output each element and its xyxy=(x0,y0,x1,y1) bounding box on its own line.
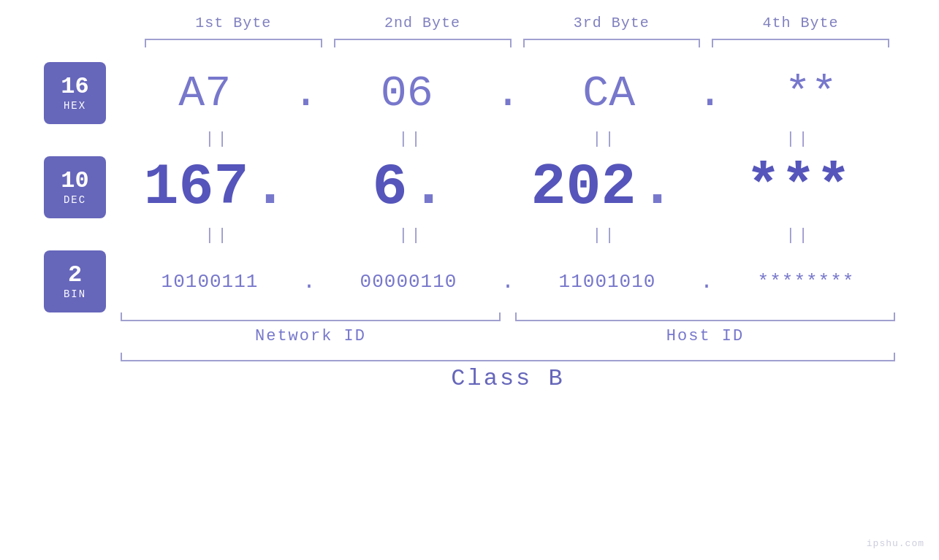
dec-row: 10 DEC 167. 6. 202. *** xyxy=(44,154,895,220)
bin-b3: 11001010 xyxy=(518,271,696,293)
dec-b3: 202. xyxy=(508,154,702,220)
dec-b2: 6. xyxy=(314,154,508,220)
hex-row: 16 HEX A7 . 06 . CA . ** xyxy=(44,62,895,124)
equals-1-b2: || xyxy=(314,130,508,148)
class-bracket-container xyxy=(44,353,895,361)
bin-dot3: . xyxy=(696,269,717,294)
equals-2-b4: || xyxy=(702,226,895,245)
equals-1-b4: || xyxy=(702,130,895,148)
hex-dot2: . xyxy=(491,69,525,118)
byte1-header: 1st Byte xyxy=(139,15,328,31)
byte4-header: 4th Byte xyxy=(706,15,895,31)
equals-1-b1: || xyxy=(121,130,314,148)
equals-row-2: || || || || xyxy=(44,226,895,245)
top-bracket-2 xyxy=(334,39,512,47)
byte-headers: 1st Byte 2nd Byte 3rd Byte 4th Byte xyxy=(44,15,895,31)
dec-dot3: . xyxy=(636,154,679,220)
dec-b4: *** xyxy=(702,154,895,220)
bin-values: 10100111 . 00000110 . 11001010 . *******… xyxy=(121,269,895,294)
top-bracket-3 xyxy=(523,39,701,47)
hex-b3: CA xyxy=(525,69,693,118)
dec-badge: 10 DEC xyxy=(44,156,106,218)
class-label-row: Class B xyxy=(44,365,895,392)
hex-dot3: . xyxy=(693,69,726,118)
main-container: 1st Byte 2nd Byte 3rd Byte 4th Byte 16 H… xyxy=(0,0,939,560)
dec-values: 167. 6. 202. *** xyxy=(121,154,895,220)
dec-dot2: . xyxy=(408,154,450,220)
bin-b1: 10100111 xyxy=(121,271,299,293)
hex-b4: ** xyxy=(727,69,895,118)
bin-badge: 2 BIN xyxy=(44,250,106,312)
hex-badge-label: HEX xyxy=(64,100,86,112)
hex-badge-number: 16 xyxy=(61,75,88,99)
class-bracket xyxy=(121,353,895,361)
host-id-label: Host ID xyxy=(515,327,895,345)
bin-badge-number: 2 xyxy=(68,264,82,287)
bin-row: 2 BIN 10100111 . 00000110 . 11001010 . *… xyxy=(44,250,895,312)
hex-values: A7 . 06 . CA . ** xyxy=(121,69,895,118)
hex-b1: A7 xyxy=(121,69,289,118)
dec-b1: 167. xyxy=(121,154,314,220)
bin-b4: ******** xyxy=(717,271,895,293)
byte3-header: 3rd Byte xyxy=(517,15,707,31)
network-bracket xyxy=(121,312,501,321)
class-label: Class B xyxy=(121,365,895,392)
equals-row-1: || || || || xyxy=(44,130,895,148)
equals-2-b3: || xyxy=(508,226,702,245)
hex-badge: 16 HEX xyxy=(44,62,106,124)
hex-dot1: . xyxy=(289,69,322,118)
bin-badge-label: BIN xyxy=(64,288,86,300)
equals-2-b2: || xyxy=(314,226,508,245)
bin-dot1: . xyxy=(299,269,319,294)
host-bracket xyxy=(515,312,895,321)
top-bracket-4 xyxy=(712,39,889,47)
watermark: ipshu.com xyxy=(867,538,924,549)
equals-1-b3: || xyxy=(508,130,702,148)
network-id-label: Network ID xyxy=(121,327,501,345)
dec-badge-label: DEC xyxy=(64,194,86,206)
dec-dot1: . xyxy=(249,154,292,220)
bottom-brackets xyxy=(44,312,895,321)
bin-b2: 00000110 xyxy=(319,271,498,293)
top-bracket-1 xyxy=(145,39,322,47)
hex-b2: 06 xyxy=(323,69,491,118)
dec-badge-number: 10 xyxy=(61,169,88,193)
byte2-header: 2nd Byte xyxy=(328,15,517,31)
equals-2-b1: || xyxy=(121,226,314,245)
network-host-labels: Network ID Host ID xyxy=(44,327,895,345)
bin-dot2: . xyxy=(498,269,518,294)
top-brackets xyxy=(44,39,895,47)
